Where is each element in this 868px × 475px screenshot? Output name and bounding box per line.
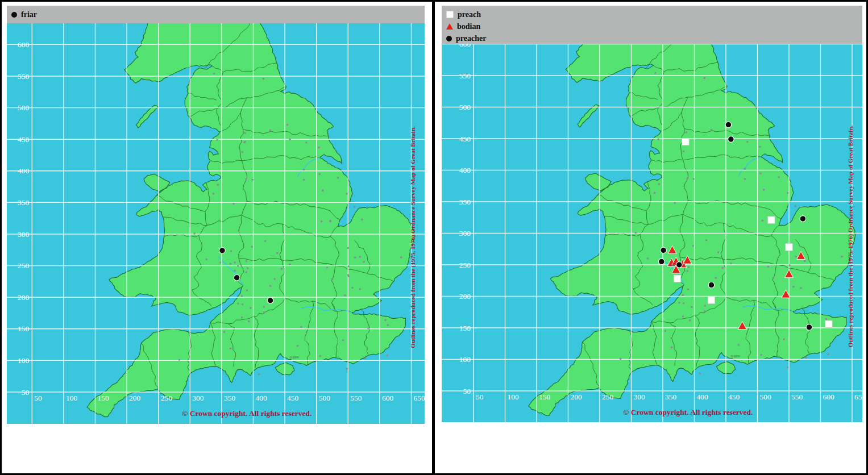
x-axis-tick-label: 150 <box>98 394 110 402</box>
dot-marker <box>267 297 273 303</box>
x-axis-tick-label: 450 <box>287 394 298 402</box>
y-axis-tick-label: 450 <box>18 135 30 144</box>
map-scale-note: 0 68W <box>731 355 741 358</box>
x-axis-tick-label: 400 <box>697 393 709 401</box>
x-axis-tick-label: 500 <box>760 393 772 401</box>
crown-copyright-text: © Crown copyright. All rights reserved. <box>182 409 312 418</box>
y-axis-tick-label: 350 <box>18 198 30 207</box>
square-marker <box>825 320 832 327</box>
x-axis-tick-label: 100 <box>66 394 77 402</box>
y-axis-tick-label: 550 <box>18 72 30 81</box>
x-axis-tick-label: 50 <box>34 394 42 402</box>
dot-marker <box>800 216 806 222</box>
dot-marker <box>806 324 812 331</box>
map-area-left: 5010015020025030035040045050055060050100… <box>7 23 425 424</box>
legend-item-bodian: bodian <box>446 20 858 32</box>
map-canvas: 5010015020025030035040045050055060050100… <box>7 23 425 424</box>
square-marker <box>674 275 680 282</box>
dot-marker <box>676 262 683 268</box>
x-axis-tick-label: 150 <box>539 393 551 401</box>
y-axis-tick-label: 400 <box>459 166 471 174</box>
dot-marker <box>708 282 715 288</box>
x-axis-tick-label: 350 <box>665 393 677 401</box>
y-axis-tick-label: 300 <box>459 229 471 238</box>
legend-left: friar <box>7 6 425 23</box>
x-axis-tick-label: 400 <box>256 394 268 402</box>
legend-item-preach: preach <box>446 9 858 20</box>
dot-marker <box>658 259 665 265</box>
y-axis-tick-label: 500 <box>18 103 30 112</box>
dot-marker <box>219 248 226 254</box>
legend-label: preacher <box>456 34 486 43</box>
ordnance-survey-outline-credit: Outlines reproduced from the (1975, 1976… <box>409 126 417 348</box>
y-axis-tick-label: 250 <box>18 261 30 270</box>
y-axis-tick-label: 550 <box>459 72 471 80</box>
legend-label: bodian <box>457 22 480 31</box>
map-scale-note: 0 68W <box>290 356 299 359</box>
x-axis-tick-label: 550 <box>350 394 362 402</box>
x-axis-tick-label: 300 <box>192 394 204 402</box>
x-axis-tick-label: 250 <box>602 393 614 401</box>
x-axis-tick-label: 550 <box>791 393 803 401</box>
map-canvas: 5010015020025030035040045050055060050100… <box>442 44 862 422</box>
ordnance-survey-outline-credit: Outlines reproduced from the (1975, 1976… <box>847 126 854 348</box>
x-axis-tick-label: 650 <box>414 394 425 402</box>
square-marker <box>768 216 775 223</box>
x-axis-tick-label: 650 <box>854 393 862 401</box>
y-axis-tick-label: 150 <box>18 324 30 333</box>
map-panel-right: preachbodianpreacher 5010015020025030035… <box>442 6 862 422</box>
map-panel-left: friar 5010015020025030035040045050055060… <box>7 6 425 424</box>
y-axis-tick-label: 600 <box>459 44 471 48</box>
crown-copyright-text: © Crown copyright. All rights reserved. <box>623 408 753 416</box>
y-axis-tick-label: 400 <box>18 166 30 175</box>
legend-item-friar: friar <box>11 9 420 20</box>
legend-right: preachbodianpreacher <box>442 6 862 44</box>
x-axis-tick-label: 50 <box>476 393 484 401</box>
y-axis-tick-label: 600 <box>18 40 30 49</box>
legend-label: friar <box>21 10 37 19</box>
y-axis-tick-label: 250 <box>459 261 471 269</box>
legend-item-preacher: preacher <box>446 32 858 44</box>
square-marker <box>708 297 715 303</box>
y-axis-tick-label: 100 <box>18 356 30 365</box>
x-axis-tick-label: 200 <box>571 393 583 401</box>
x-axis-tick-label: 250 <box>161 394 173 402</box>
dot-marker <box>728 136 734 143</box>
y-axis-tick-label: 350 <box>459 198 471 206</box>
map-area-right: 5010015020025030035040045050055060050100… <box>442 44 862 422</box>
y-axis-tick-label: 50 <box>463 387 471 395</box>
y-axis-tick-label: 200 <box>459 292 471 301</box>
legend-dot-icon <box>11 12 17 18</box>
x-axis-tick-label: 100 <box>508 393 520 401</box>
y-axis-tick-label: 100 <box>459 355 471 364</box>
legend-triangle-icon <box>446 23 453 30</box>
x-axis-tick-label: 350 <box>224 394 236 402</box>
x-axis-tick-label: 600 <box>382 394 394 402</box>
square-marker <box>786 244 792 251</box>
y-axis-tick-label: 200 <box>18 293 30 302</box>
screenshot-root: friar 5010015020025030035040045050055060… <box>0 0 868 475</box>
x-axis-tick-label: 300 <box>634 393 646 401</box>
x-axis-tick-label: 500 <box>319 394 331 402</box>
dot-marker <box>725 122 732 128</box>
legend-label: preach <box>458 10 481 19</box>
y-axis-tick-label: 500 <box>459 103 471 111</box>
y-axis-tick-label: 300 <box>18 230 30 239</box>
x-axis-tick-label: 450 <box>728 393 740 401</box>
dot-marker <box>661 247 667 253</box>
y-axis-tick-label: 450 <box>459 135 471 143</box>
y-axis-tick-label: 150 <box>459 324 471 332</box>
dot-marker <box>234 274 240 281</box>
square-marker <box>682 138 689 145</box>
x-axis-tick-label: 200 <box>129 394 141 402</box>
legend-square-icon <box>446 11 454 18</box>
y-axis-tick-label: 50 <box>22 388 30 397</box>
panel-divider <box>432 2 435 475</box>
x-axis-tick-label: 600 <box>823 393 835 401</box>
legend-dot-icon <box>446 36 452 41</box>
